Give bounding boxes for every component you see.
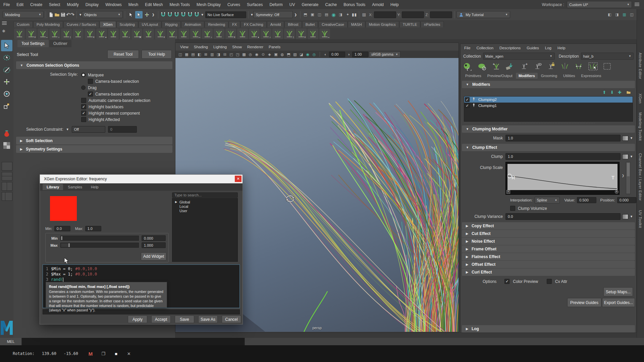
xgen-shelf-tool-icon[interactable]: + (26, 28, 37, 39)
collection-dropdown[interactable]: Male_xgen▼ (483, 53, 555, 60)
snap-view-plane-icon[interactable] (187, 12, 193, 17)
render-globe-icon[interactable]: ◉ (331, 12, 336, 17)
select-tool-icon[interactable] (1, 40, 12, 51)
workspace-dropdown[interactable]: Custom UI*▼ (567, 1, 632, 8)
render-current-frame-icon[interactable]: ▣ (310, 12, 315, 17)
selection-option-row[interactable]: Highlight Affected (81, 116, 150, 123)
xgen-menu-item[interactable]: Collection (474, 44, 497, 52)
rotate-tool-icon[interactable] (1, 88, 12, 100)
shelf-tab[interactable]: Bifrost (284, 21, 302, 27)
dock-vertical-tab[interactable]: Modeling Toolkit (638, 112, 642, 141)
y-input[interactable] (402, 11, 424, 18)
setup-maps-button[interactable]: Setup Maps... (603, 287, 633, 296)
dock-vertical-tab[interactable]: XGen (638, 94, 642, 104)
max-slider-value[interactable]: 1.000 (142, 242, 166, 248)
xgen-shelf-tool-icon[interactable]: – (38, 28, 48, 39)
snap-curve-icon[interactable] (167, 12, 173, 17)
ramp-scrollbar[interactable] (626, 162, 631, 194)
shelf-tab[interactable]: Arnold (267, 21, 284, 27)
gamma-field[interactable]: 1.00 (352, 52, 368, 57)
selection-mask-dropdown[interactable]: Objects▼ (82, 11, 123, 18)
shelf-tab[interactable]: Sculpting (116, 21, 138, 27)
viewport-tool-icon[interactable]: ◪ (299, 52, 304, 57)
dialog-button[interactable]: Save (175, 315, 194, 323)
effect-section-header[interactable]: ▶Offset Effect (462, 261, 635, 268)
shelf-tab[interactable]: Rendering (205, 21, 228, 27)
layout-outliner-persp-icon[interactable] (2, 192, 12, 201)
preview-guides-button[interactable]: Preview Guides (567, 298, 601, 307)
menu-item[interactable]: Mesh Tools (166, 0, 193, 9)
add-guide-icon[interactable]: + (520, 62, 529, 71)
clump-volumize-checkbox[interactable] (510, 206, 515, 211)
shelf-tab[interactable]: CreativeCase (318, 21, 347, 27)
snap-point-icon[interactable] (174, 12, 179, 17)
xgen-shelf-tool-icon[interactable] (14, 28, 25, 39)
xgen-shelf-tool-icon[interactable]: ↑ (61, 28, 72, 39)
toggle-channel-box-icon[interactable]: ▥ (622, 12, 627, 17)
dialog-titlebar[interactable]: XGen Expression Editor: frequency ✕ (40, 175, 243, 183)
chevron-down-icon[interactable]: ▼ (630, 215, 633, 218)
min-slider-value[interactable]: 0.000 (142, 235, 166, 241)
viewport-menu-item[interactable]: Lighting (211, 43, 229, 51)
preview-refresh-icon[interactable] (463, 62, 473, 71)
interpolation-dropdown[interactable]: Spline▼ (535, 197, 560, 203)
xgen-shelf-tool-icon[interactable] (237, 28, 248, 39)
common-selection-options-header[interactable]: ▼ Common Selection Options (16, 61, 172, 69)
xgen-menu-item[interactable]: Guides (524, 44, 542, 52)
chevron-right-icon[interactable]: ❯ (294, 13, 297, 16)
viewport-tool-icon[interactable]: ⊙ (260, 52, 266, 57)
chevron-down-icon[interactable]: ▼ (630, 155, 633, 158)
tree-item[interactable]: ▶ Global (172, 200, 237, 204)
ramp-key-start-handle[interactable]: ✕ (506, 190, 510, 194)
layout-single-pane-icon[interactable] (2, 162, 12, 171)
xgen-menu-item[interactable]: Descriptions (496, 44, 524, 52)
selection-option-row[interactable]: ✓ Highlight backfaces (81, 104, 150, 110)
menu-item[interactable]: Curves (224, 0, 244, 9)
collapsed-section-header[interactable]: ▶ Soft Selection (16, 137, 172, 144)
viewport-tool-icon[interactable]: ◳ (235, 52, 240, 57)
shelf-tab[interactable]: Curves / Surfaces (63, 21, 99, 27)
xgen-shelf-tool-icon[interactable] (73, 28, 84, 39)
xgen-shelf-tool-icon[interactable] (143, 28, 154, 39)
viewport-tool-icon[interactable]: ◧ (197, 52, 202, 57)
effect-section-header[interactable]: ▶Noise Effect (462, 238, 635, 245)
splitter-handle[interactable]: ········································… (461, 122, 636, 125)
xgen-shelf-tool-icon[interactable]: + (155, 28, 166, 39)
snap-grid-icon[interactable] (160, 12, 166, 17)
dialog-button[interactable]: Cancel (222, 315, 241, 323)
shelf-tab[interactable]: nParticles (421, 21, 443, 27)
clump-scale-ramp[interactable]: R T ✕ ✕ (505, 162, 620, 195)
menu-item[interactable]: Edit Mesh (142, 0, 166, 9)
viewport-tool-icon[interactable]: ▧ (292, 52, 298, 57)
color-preview-checkbox[interactable]: ✓ (504, 279, 509, 284)
search-input[interactable]: Type to search... (172, 192, 238, 198)
dialog-button[interactable]: Save As (198, 315, 218, 323)
viewport-tool-icon[interactable]: ◍ (279, 52, 285, 57)
viewport-tool-icon[interactable]: ◈ (267, 52, 272, 57)
chevron-icon[interactable]: ▼ (79, 13, 82, 16)
checkbox[interactable]: ✓ (81, 104, 86, 109)
xgen-shelf-tool-icon[interactable]: ◦ (49, 28, 60, 39)
chevron-down-icon[interactable]: ▼ (251, 13, 254, 16)
checkbox[interactable] (81, 117, 86, 122)
viewport-tool-icon[interactable]: ▩ (241, 52, 247, 57)
xgen-shelf-tool-icon[interactable]: + (296, 28, 307, 39)
checkbox[interactable] (81, 98, 86, 103)
lock-guides-icon[interactable] (547, 62, 556, 71)
selection-constraint-extra[interactable]: 0 (108, 126, 137, 133)
xgen-shelf-tool-icon[interactable] (108, 28, 119, 39)
preview-clear-icon[interactable] (477, 62, 487, 71)
xgen-tab[interactable]: Preview/Output (485, 73, 515, 79)
snap-surface-icon[interactable] (194, 12, 200, 17)
create-description-icon[interactable]: + (492, 62, 501, 71)
menu-item[interactable]: Mesh Display (193, 0, 224, 9)
dock-vertical-tab[interactable]: Channel Box / Layer Editor (638, 153, 642, 201)
checkbox[interactable]: ✓ (88, 92, 93, 97)
select-object-mode-icon[interactable] (135, 11, 143, 18)
xgen-shelf-tool-icon[interactable]: ◦ (120, 28, 130, 39)
expression-preview-swatch[interactable] (50, 196, 77, 221)
effect-section-header[interactable]: ▶Flatness Effect (462, 253, 635, 260)
viewport-menu-item[interactable]: View (177, 43, 191, 51)
dock-vertical-tab[interactable]: UV Toolkit (638, 210, 642, 228)
checker-tool-icon[interactable] (1, 140, 12, 151)
